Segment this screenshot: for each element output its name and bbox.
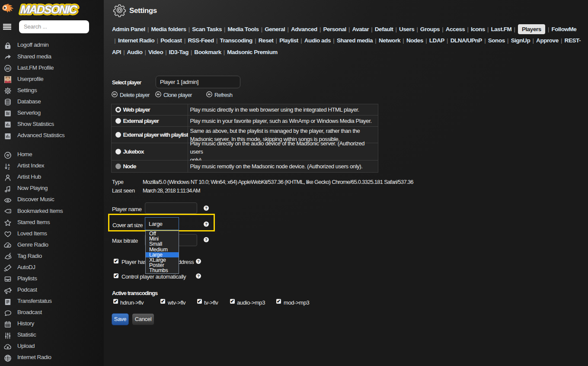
svg-text:MADSONIC: MADSONIC: [20, 3, 78, 16]
svg-text:A: A: [8, 164, 10, 167]
svg-text:as: as: [6, 66, 10, 71]
svg-text:Z: Z: [8, 167, 10, 170]
